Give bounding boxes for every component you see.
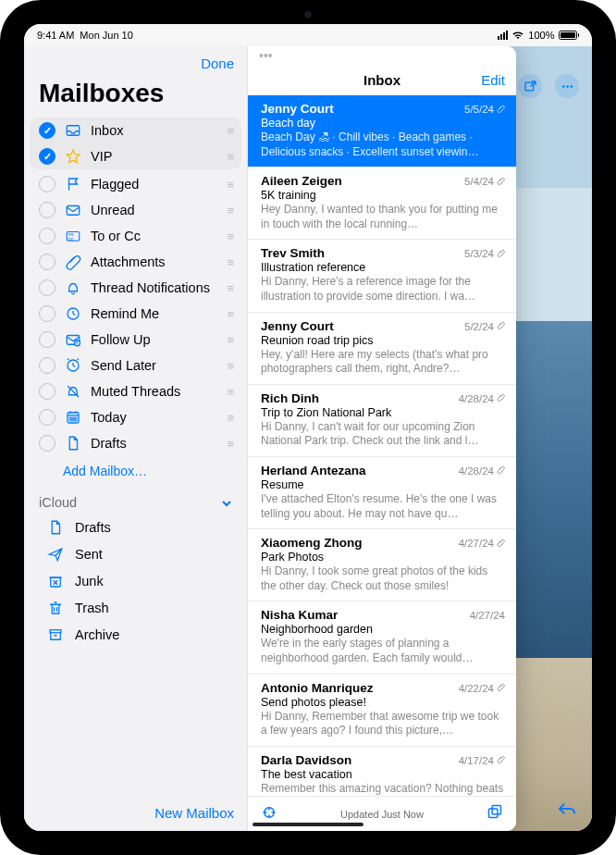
checkbox-icon[interactable] [39,357,55,374]
sidebar-item-label: Send Later [91,358,218,373]
reorder-handle-icon[interactable]: ≡ [227,359,232,373]
account-folder-trash[interactable]: Trash [24,594,247,621]
new-mailbox-button[interactable]: New Mailbox [154,805,234,821]
message-date: 4/22/24 [459,682,505,694]
sidebar-item-label: Thread Notifications [91,280,218,295]
reorder-handle-icon[interactable]: ≡ [227,333,232,347]
message-date: 4/28/24 [459,392,505,404]
edit-button[interactable]: Edit [481,72,505,88]
message-date: 4/27/24 [470,610,505,621]
account-folder-junk[interactable]: Junk [24,567,247,594]
filter-button[interactable] [261,805,277,824]
svg-rect-20 [50,629,61,632]
account-folder-sent[interactable]: Sent [24,540,247,567]
envelope-icon [64,202,82,218]
trash-icon [46,600,65,616]
account-section-header[interactable]: iCloud [24,489,247,514]
checkbox-icon[interactable] [39,148,55,165]
sidebar-item-unread[interactable]: Unread≡ [30,197,241,223]
reorder-handle-icon[interactable]: ≡ [227,307,232,321]
compose-button[interactable] [518,74,542,98]
reorder-handle-icon[interactable]: ≡ [227,150,232,164]
sidebar-item-vip[interactable]: VIP≡ [30,143,241,169]
checkbox-icon[interactable] [39,176,55,192]
message-row[interactable]: Antonio Manriquez4/22/24 Send photos ple… [248,675,516,747]
checkbox-icon[interactable] [39,435,55,452]
sidebar-item-muted-threads[interactable]: Muted Threads≡ [30,378,241,404]
window-menu-icon[interactable]: ••• [259,48,273,63]
organize-button[interactable] [487,804,503,824]
folder-label: Archive [75,627,119,642]
sidebar-item-to-or-cc[interactable]: TOCCTo or Cc≡ [30,223,241,249]
star-icon [64,148,82,165]
checkbox-icon[interactable] [39,279,55,296]
checkbox-icon[interactable] [39,383,55,400]
sidebar-item-attachments[interactable]: Attachments≡ [30,249,241,275]
sidebar-item-drafts[interactable]: Drafts≡ [30,430,241,456]
followup-icon [64,331,82,348]
chevron-down-icon [221,495,232,510]
screen: 9:41 AM Mon Jun 10 100% [24,24,592,831]
junk-icon [46,573,65,589]
done-button[interactable]: Done [201,56,234,71]
checkbox-icon[interactable] [39,305,55,322]
reorder-handle-icon[interactable]: ≡ [227,385,232,399]
reply-button[interactable] [557,800,577,822]
reorder-handle-icon[interactable]: ≡ [227,281,232,295]
reorder-handle-icon[interactable]: ≡ [227,255,232,269]
reorder-handle-icon[interactable]: ≡ [227,411,232,425]
message-row[interactable]: Nisha Kumar4/27/24Neighborhood gardenWe'… [248,601,516,674]
message-sender: Jenny Court [261,319,334,333]
reorder-handle-icon[interactable]: ≡ [227,178,232,192]
message-sender: Herland Antezana [261,464,366,477]
clock-icon [64,305,82,322]
add-mailbox-button[interactable]: Add Mailbox… [24,456,247,489]
account-folder-drafts[interactable]: Drafts [24,514,247,540]
checkbox-icon[interactable] [39,331,55,348]
sidebar-item-label: Today [91,410,218,425]
message-subject: Trip to Zion National Park [261,406,505,419]
attachment-icon [497,465,505,477]
reorder-handle-icon[interactable]: ≡ [227,437,232,451]
checkbox-icon[interactable] [39,202,55,218]
message-date: 5/4/24 [464,176,505,188]
reorder-handle-icon[interactable]: ≡ [227,204,232,217]
message-row[interactable]: Trev Smith5/3/24 Illustration referenceH… [248,240,516,312]
message-row[interactable]: Rich Dinh4/28/24 Trip to Zion National P… [248,385,516,457]
message-row[interactable]: Aileen Zeigen5/4/24 5K trainingHey Danny… [248,167,516,240]
sidebar-item-thread-notifications[interactable]: Thread Notifications≡ [30,275,241,301]
home-indicator[interactable] [253,823,363,826]
svg-rect-4 [67,126,80,136]
message-sender: Jenny Court [261,102,334,116]
sidebar-item-label: Follow Up [91,332,218,347]
sidebar-item-remind-me[interactable]: Remind Me≡ [30,301,241,327]
checkbox-icon[interactable] [39,122,55,139]
reorder-handle-icon[interactable]: ≡ [227,124,232,138]
sidebar-item-follow-up[interactable]: Follow Up≡ [30,327,241,353]
battery-percent: 100% [528,30,554,41]
message-subject: Neighborhood garden [261,623,505,636]
message-row[interactable]: Jenny Court5/5/24 Beach dayBeach Day 🏖 ·… [248,95,516,167]
sidebar-item-label: Inbox [91,123,218,138]
folder-label: Junk [75,574,104,589]
attachment-icon [497,682,505,694]
message-row[interactable]: Jenny Court5/2/24 Reunion road trip pics… [248,313,516,385]
sidebar-item-today[interactable]: Today≡ [30,404,241,430]
sidebar-item-send-later[interactable]: Send Later≡ [30,353,241,378]
message-subject: Send photos please! [261,696,505,709]
checkbox-icon[interactable] [39,228,55,244]
message-row[interactable]: Herland Antezana4/28/24 ResumeI've attac… [248,457,516,529]
sidebar-item-inbox[interactable]: Inbox≡ [30,118,241,143]
checkbox-icon[interactable] [39,409,55,426]
message-date: 5/3/24 [464,248,505,260]
message-preview: I've attached Elton's resume. He's the o… [261,492,505,521]
reorder-handle-icon[interactable]: ≡ [227,229,232,243]
message-row[interactable]: Darla Davidson4/17/24 The best vacationR… [248,747,516,796]
checkbox-icon[interactable] [39,254,55,270]
message-preview: Hi Danny, I took some great photos of th… [261,564,505,593]
account-folder-archive[interactable]: Archive [24,621,247,648]
message-row[interactable]: Xiaomeng Zhong4/27/24 Park PhotosHi Dann… [248,529,516,601]
sidebar-item-flagged[interactable]: Flagged≡ [30,171,241,197]
more-button[interactable] [555,74,579,98]
status-bar: 9:41 AM Mon Jun 10 100% [24,24,592,46]
